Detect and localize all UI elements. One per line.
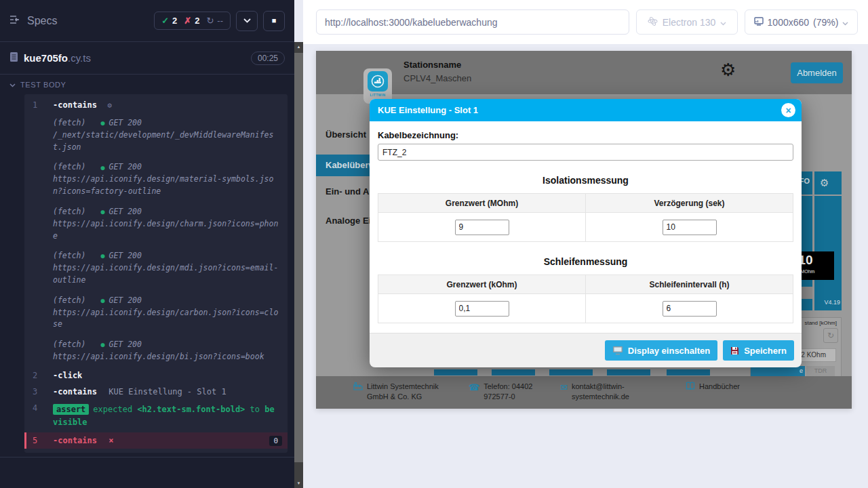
test-stats: ✓ 2 ✗ 2 ↻ -- — [154, 12, 231, 30]
match-count-badge: 0 — [269, 436, 282, 446]
isolation-section-title: Isolationsmessung — [378, 175, 793, 186]
fetch-log-row[interactable]: (fetch)●GET 200 https://api.iconify.desi… — [24, 335, 288, 367]
scroll-up-arrow-icon[interactable]: ▲ — [294, 42, 303, 52]
spec-file-row[interactable]: kue705fo.cy.ts 00:25 — [0, 42, 294, 75]
chevron-down-icon — [9, 81, 16, 89]
iso-col1-header: Grenzwert (MOhm) — [378, 194, 586, 213]
command-row[interactable]: 3 -contains KUE Einstellung - Slot 1 — [24, 384, 288, 400]
stop-run-button[interactable]: ■ — [263, 11, 285, 31]
chevron-down-icon — [243, 18, 251, 23]
logout-button[interactable]: Abmelden — [791, 62, 843, 83]
nav-item-uebersicht[interactable]: Übersicht — [326, 129, 366, 140]
isolation-table: Grenzwert (MOhm) Verzögerung (sek) — [378, 193, 793, 242]
reporter-divider — [0, 457, 294, 458]
address-bar[interactable]: http://localhost:3000/kabelueberwachung — [316, 9, 629, 35]
footer-email[interactable]: ✉ kontakt@littwin-systemtechnik.de — [560, 382, 652, 409]
device-gear-icon[interactable]: ⚙ — [820, 177, 829, 189]
command-row[interactable]: 2 -click — [24, 367, 288, 384]
book-icon — [686, 382, 695, 409]
viewport-zoom: (79%) — [813, 17, 838, 28]
scrollbar-thumb[interactable] — [294, 53, 303, 462]
fetch-log-row[interactable]: (fetch)●GET 200 /_next/static/developmen… — [24, 113, 288, 157]
cypress-reporter: Specs ✓ 2 ✗ 2 ↻ -- ■ kue705fo.cy.t — [0, 0, 294, 488]
iso-col2-header: Verzögerung (sek) — [586, 194, 793, 213]
failed-count: 2 — [195, 16, 199, 26]
test-body-toggle[interactable]: TEST BODY — [0, 75, 294, 93]
loop-col2-header: Schleifenintervall (h) — [586, 275, 793, 294]
stat-pending: ↻ -- — [206, 16, 223, 26]
stat-passed: ✓ 2 — [161, 16, 177, 26]
footer-phone[interactable]: ☎ Telefon: 04402 972577-0 — [469, 382, 553, 409]
command-row[interactable]: 1 -contains ⚙ — [24, 97, 288, 113]
status-dot-icon: ● — [100, 340, 104, 350]
modal-header: KUE Einstellung - Slot 1 — [370, 99, 802, 121]
browser-selector[interactable]: Electron 130 — [636, 9, 738, 35]
reporter-scrollbar[interactable]: ▲ ▼ — [294, 42, 303, 488]
loop-interval-input[interactable] — [663, 301, 717, 317]
modal-close-button[interactable]: × — [781, 103, 795, 117]
chevron-down-icon — [842, 17, 848, 28]
section-label: TEST BODY — [20, 81, 66, 89]
viewport-icon — [754, 16, 764, 28]
nav-item-ein-ausgaenge[interactable]: Ein- und Au — [326, 186, 374, 197]
spec-file-icon — [9, 52, 18, 65]
footer-company: Littwin Systemtechnik GmbH & Co. KG — [353, 382, 462, 409]
station-label: Stationsname — [403, 60, 461, 70]
logo-mark-icon — [368, 71, 388, 92]
settings-gear-icon[interactable]: ⚙ — [720, 61, 736, 79]
cable-name-input[interactable] — [378, 144, 793, 161]
url-text: http://localhost:3000/kabelueberwachung — [325, 17, 498, 28]
fetch-log-row[interactable]: (fetch)●GET 200 https://api.iconify.desi… — [24, 202, 288, 246]
fetch-log-row[interactable]: (fetch)●GET 200 https://api.iconify.desi… — [24, 157, 288, 201]
save-floppy-icon — [730, 346, 739, 355]
chevron-down-icon — [720, 17, 726, 28]
station-value: CPLV4_Maschen — [403, 73, 471, 83]
command-argument: KUE Einstellung - Slot 1 — [108, 387, 226, 396]
specs-list-icon[interactable] — [9, 15, 22, 27]
modal-title: KUE Einstellung - Slot 1 — [378, 105, 478, 115]
stop-icon: ■ — [272, 17, 277, 24]
status-dot-icon: ● — [100, 296, 104, 306]
fetch-log-row[interactable]: (fetch)●GET 200 https://api.iconify.desi… — [24, 291, 288, 335]
loop-col1-header: Grenzwert (kOhm) — [378, 275, 586, 294]
phone-icon: ☎ — [469, 382, 479, 409]
status-dot-icon: ● — [100, 118, 104, 129]
display-on-button[interactable]: Display einschalten — [605, 340, 717, 361]
iso-delay-input[interactable] — [663, 220, 717, 235]
curve-tab[interactable]: e — [751, 366, 805, 377]
refresh-icon[interactable]: ↻ — [823, 328, 838, 343]
status-dot-icon: ● — [100, 207, 104, 218]
browser-name: Electron 130 — [663, 17, 716, 28]
fetch-log-row[interactable]: (fetch)●GET 200 https://api.iconify.desi… — [24, 246, 288, 290]
loop-limit-input[interactable] — [455, 301, 509, 317]
save-button[interactable]: Speichern — [723, 340, 794, 361]
passed-count: 2 — [172, 16, 177, 26]
spec-timer: 00:25 — [251, 52, 285, 65]
nav-item-kabelueberwachung[interactable]: Kabelüberw — [326, 160, 376, 170]
specs-label[interactable]: Specs — [27, 15, 57, 27]
iso-limit-input[interactable] — [455, 220, 509, 235]
assert-badge: assert — [53, 404, 89, 415]
app-footer: Littwin Systemtechnik GmbH & Co. KG ☎ Te… — [316, 376, 852, 409]
close-icon: × — [785, 106, 791, 115]
collapse-button[interactable] — [236, 11, 258, 31]
modal-footer: Display einschalten Speichern — [370, 333, 802, 367]
tdr-tab[interactable]: TDR — [806, 366, 835, 377]
electron-icon — [648, 16, 658, 28]
spec-file-name: kue705fo.cy.ts — [24, 52, 91, 64]
device-version: V4.19 — [814, 299, 840, 306]
loop-table: Grenzwert (kOhm) Schleifenintervall (h) — [378, 274, 793, 323]
footer-manuals[interactable]: Handbücher — [686, 382, 767, 409]
scroll-down-arrow-icon[interactable]: ▼ — [294, 479, 303, 488]
assert-row[interactable]: 4 assertexpected <h2.text-sm.font-bold> … — [24, 400, 288, 432]
nav-item-analoge-eingaenge[interactable]: Analoge Ei — [326, 216, 371, 226]
command-log: 1 -contains ⚙ (fetch)●GET 200 /_next/sta… — [24, 94, 288, 453]
gear-icon: ⚙ — [107, 101, 112, 110]
assert-selector: <h2.text-sm.font-bold> — [137, 405, 245, 414]
reporter-header: Specs ✓ 2 ✗ 2 ↻ -- ■ — [0, 0, 294, 42]
viewport-selector[interactable]: 1000x660 (79%) — [745, 9, 858, 35]
cypress-topbar: http://localhost:3000/kabelueberwachung … — [303, 0, 868, 44]
failed-command-row[interactable]: 5 -contains × 0 — [24, 432, 288, 449]
app-header — [316, 51, 852, 94]
fail-x-icon: × — [108, 436, 113, 445]
